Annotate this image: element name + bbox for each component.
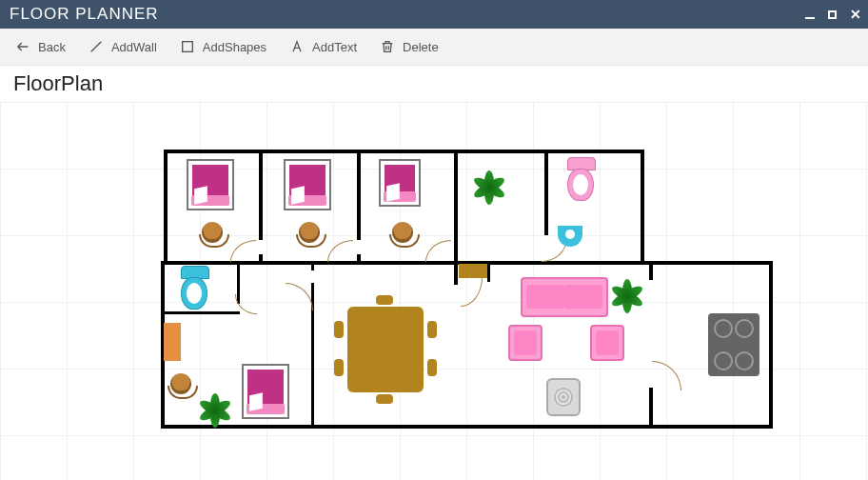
chair-shape[interactable] — [392, 222, 413, 243]
wall[interactable] — [649, 388, 653, 428]
delete-button[interactable]: Delete — [368, 33, 450, 60]
toilet-shape[interactable] — [567, 157, 594, 203]
plant-shape[interactable] — [612, 271, 642, 302]
counter-shape[interactable] — [459, 264, 487, 278]
plant-shape[interactable] — [474, 163, 504, 193]
door[interactable] — [425, 240, 451, 262]
wall[interactable] — [357, 150, 361, 240]
bed-shape[interactable] — [284, 159, 331, 210]
trash-icon — [380, 39, 395, 54]
add-wall-button[interactable]: AddWall — [77, 33, 168, 60]
door[interactable] — [327, 240, 353, 262]
wall[interactable] — [649, 261, 653, 280]
add-text-label: AddText — [312, 40, 357, 54]
window-titlebar: FLOOR PLANNER ✕ — [0, 0, 868, 29]
bed-shape[interactable] — [242, 364, 289, 419]
stove-shape[interactable] — [708, 313, 760, 376]
sofa-shape[interactable] — [521, 277, 608, 317]
back-label: Back — [38, 40, 66, 54]
bed-shape[interactable] — [379, 159, 421, 207]
wall[interactable] — [259, 150, 263, 240]
add-shapes-label: AddShapes — [203, 40, 266, 54]
plant-shape[interactable] — [200, 386, 230, 416]
bed-shape[interactable] — [187, 159, 234, 210]
armchair-shape[interactable] — [590, 325, 624, 361]
dining-table-shape[interactable] — [347, 307, 424, 392]
wall[interactable] — [164, 150, 168, 264]
wall[interactable] — [641, 150, 644, 264]
wall[interactable] — [769, 261, 773, 429]
wall[interactable] — [164, 150, 644, 153]
add-shapes-button[interactable]: AddShapes — [168, 33, 278, 60]
rug-shape[interactable] — [164, 323, 181, 361]
wall[interactable] — [487, 261, 490, 282]
window-controls: ✕ — [805, 7, 862, 22]
toolbar: Back AddWall AddShapes AddText Delete — [0, 29, 868, 66]
chair-shape[interactable] — [202, 222, 223, 243]
arrow-left-icon — [15, 39, 30, 54]
wall[interactable] — [544, 150, 548, 235]
back-button[interactable]: Back — [4, 33, 77, 60]
window-close-icon[interactable]: ✕ — [850, 7, 862, 22]
wall[interactable] — [259, 254, 263, 264]
chair-shape[interactable] — [170, 373, 191, 394]
add-text-button[interactable]: AddText — [278, 33, 368, 60]
sink-shape[interactable] — [558, 226, 582, 247]
wall[interactable] — [311, 261, 314, 270]
add-wall-label: AddWall — [111, 40, 157, 54]
door[interactable] — [652, 361, 681, 390]
delete-label: Delete — [403, 40, 439, 54]
chair-shape[interactable] — [299, 222, 320, 243]
door[interactable] — [286, 283, 313, 310]
floor-plan-canvas[interactable] — [0, 102, 868, 480]
wall[interactable] — [161, 311, 240, 314]
door[interactable] — [230, 240, 256, 262]
wall-line-icon — [89, 39, 104, 54]
door[interactable] — [461, 277, 483, 307]
window-maximize-icon[interactable] — [828, 7, 837, 22]
wall[interactable] — [454, 150, 458, 264]
app-title: FLOOR PLANNER — [10, 5, 159, 24]
appliance-shape[interactable] — [546, 378, 581, 416]
page-title: FloorPlan — [0, 66, 868, 102]
text-a-icon — [289, 39, 305, 54]
square-icon — [180, 39, 195, 54]
wall[interactable] — [161, 425, 773, 429]
toilet-shape[interactable] — [181, 266, 207, 311]
wall[interactable] — [357, 254, 361, 264]
svg-rect-0 — [183, 42, 193, 52]
wall[interactable] — [454, 261, 458, 285]
window-minimize-icon[interactable] — [805, 7, 815, 22]
armchair-shape[interactable] — [508, 325, 542, 361]
floor-plan — [164, 150, 773, 426]
